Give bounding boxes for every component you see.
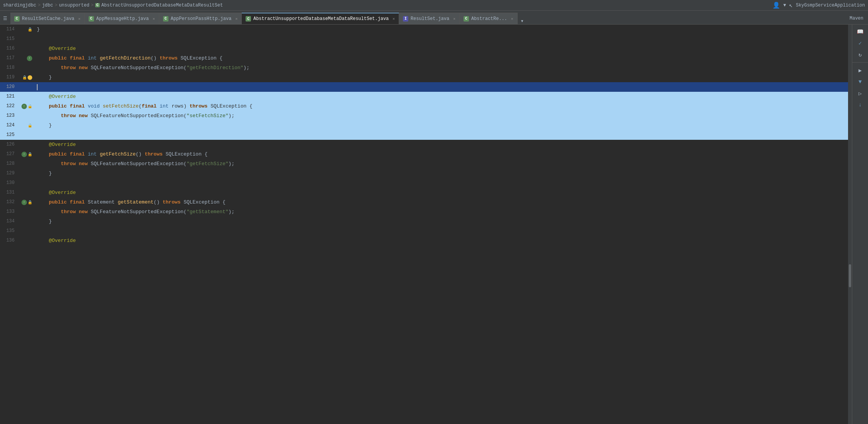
code-120	[34, 82, 848, 92]
code-131: @Override	[34, 188, 848, 197]
code-114: }	[34, 25, 848, 34]
line-125: 125	[0, 130, 848, 140]
ln-114: 114	[0, 25, 18, 34]
line-117: 117 ↑ public final int getFetchDirection…	[0, 53, 848, 63]
sep-3: >	[91, 3, 94, 8]
ln-123: 123	[0, 111, 18, 121]
code-128: throw new SQLFeatureNotSupportedExceptio…	[34, 159, 848, 169]
close-tab-3[interactable]: ✕	[235, 17, 238, 21]
ln-129: 129	[0, 169, 18, 178]
sep-1: >	[38, 3, 40, 8]
tab-label-2: AppMessageHttp.java	[96, 16, 149, 22]
ln-121: 121	[0, 92, 18, 101]
code-129: }	[34, 169, 848, 178]
maven-label: Maven	[850, 16, 863, 21]
lock-icon-132: 🔒	[28, 200, 32, 205]
code-121: @Override	[34, 92, 848, 101]
line-127: 127 ↑ 🔒 public final int getFetchSize() …	[0, 149, 848, 159]
gutter-128	[18, 159, 34, 169]
sidebar-book-icon[interactable]: 📖	[855, 26, 866, 37]
arrow-icon: ▼	[783, 3, 786, 8]
sidebar-check-icon[interactable]: ✓	[855, 38, 866, 48]
user-icon[interactable]: 👤	[772, 2, 780, 9]
close-tab-6[interactable]: ✕	[511, 17, 513, 21]
code-119: }	[34, 73, 848, 82]
gutter-121	[18, 92, 34, 101]
code-editor[interactable]: 114 🔒 } 115 116 @Override 117 ↑ public f…	[0, 25, 848, 424]
close-tab-5[interactable]: ✕	[453, 17, 455, 21]
vertical-scrollbar[interactable]	[848, 25, 852, 424]
bc-1[interactable]: shardingjdbc	[3, 3, 36, 8]
ln-125: 125	[0, 130, 18, 140]
tab-label-4: AbstractUnsupportedDatabaseMetaDataResul…	[253, 16, 389, 22]
gutter-114: 🔒	[18, 25, 34, 34]
code-125	[34, 130, 848, 140]
bc-2[interactable]: jdbc	[42, 3, 53, 8]
code-126: @Override	[34, 140, 848, 149]
gutter-127: ↑ 🔒	[18, 149, 34, 159]
line-134: 134 }	[0, 217, 848, 226]
cursor-tool-icon[interactable]: ↖	[789, 2, 793, 9]
line-123: 123 throw new SQLFeatureNotSupportedExce…	[0, 111, 848, 121]
line-118: 118 throw new SQLFeatureNotSupportedExce…	[0, 63, 848, 73]
ln-130: 130	[0, 178, 18, 188]
code-122: public final void setFetchSize(final int…	[34, 101, 848, 111]
bc-4[interactable]: AbstractUnsupportedDatabaseMetaDataResul…	[101, 3, 223, 8]
code-115	[34, 34, 848, 44]
code-127: public final int getFetchSize() throws S…	[34, 149, 848, 159]
close-tab-4[interactable]: ✕	[393, 17, 395, 21]
sidebar-arrow-right-icon[interactable]: ▷	[855, 88, 866, 99]
sidebar-collapse-icon[interactable]: ▼	[855, 76, 866, 87]
line-115: 115	[0, 34, 848, 44]
tab-app-person-pass-http[interactable]: C AppPersonPassHttp.java ✕	[159, 13, 242, 24]
gutter-120	[18, 82, 34, 92]
sidebar-divider	[852, 62, 868, 64]
bc-3[interactable]: unsupported	[59, 3, 89, 8]
ln-115: 115	[0, 34, 18, 44]
tab-label-3: AppPersonPassHttp.java	[171, 16, 231, 22]
code-130	[34, 178, 848, 188]
gutter-118	[18, 63, 34, 73]
code-116: @Override	[34, 44, 848, 53]
ln-116: 116	[0, 44, 18, 53]
maven-panel[interactable]: Maven	[845, 13, 868, 24]
close-tab-1[interactable]: ✕	[78, 17, 81, 21]
gutter-119: 🔒	[18, 73, 34, 82]
sidebar-expand-icon[interactable]: ▶	[855, 65, 866, 76]
lock-icon-119: 🔒	[22, 75, 27, 80]
tab-label-5: ResultSet.java	[411, 16, 449, 22]
tab-result-set[interactable]: I ResultSet.java ✕	[399, 13, 460, 24]
gutter-115	[18, 34, 34, 44]
green-marker-122: ↑	[21, 104, 27, 109]
line-135: 135	[0, 226, 848, 236]
code-124: }	[34, 121, 848, 130]
code-134: }	[34, 217, 848, 226]
line-133: 133 throw new SQLFeatureNotSupportedExce…	[0, 207, 848, 217]
tab-app-message-http[interactable]: C AppMessageHttp.java ✕	[85, 13, 159, 24]
sidebar-arrow-down-2-icon[interactable]: ↓	[855, 99, 866, 110]
sidebar-refresh-icon[interactable]: ↻	[855, 49, 866, 60]
tab-abstract-re[interactable]: C AbstractRe... ✕	[460, 13, 518, 24]
close-tab-2[interactable]: ✕	[153, 17, 155, 21]
ln-127: 127	[0, 149, 18, 159]
gutter-125	[18, 130, 34, 140]
collapse-panel-button[interactable]: ☰	[0, 13, 10, 24]
ln-119: 119	[0, 73, 18, 82]
scrollbar-thumb[interactable]	[849, 264, 851, 287]
gutter-134	[18, 217, 34, 226]
ln-128: 128	[0, 159, 18, 169]
line-114: 114 🔒 }	[0, 25, 848, 34]
tab-icon-4: C	[246, 16, 251, 22]
code-132: public final Statement getStatement() th…	[34, 197, 848, 207]
tab-abstract-unsupported[interactable]: C AbstractUnsupportedDatabaseMetaDataRes…	[242, 13, 399, 24]
ln-134: 134	[0, 217, 18, 226]
green-marker-132: ↑	[21, 200, 27, 205]
code-136: @Override	[34, 236, 848, 245]
gutter-130	[18, 178, 34, 188]
tab-result-set-cache[interactable]: C ResultSetCache.java ✕	[10, 13, 85, 24]
ln-135: 135	[0, 226, 18, 236]
tab-overflow-button[interactable]: ▾	[518, 18, 527, 24]
lock-icon-124: 🔒	[28, 123, 32, 128]
gutter-135	[18, 226, 34, 236]
tab-icon-5: I	[403, 16, 408, 22]
